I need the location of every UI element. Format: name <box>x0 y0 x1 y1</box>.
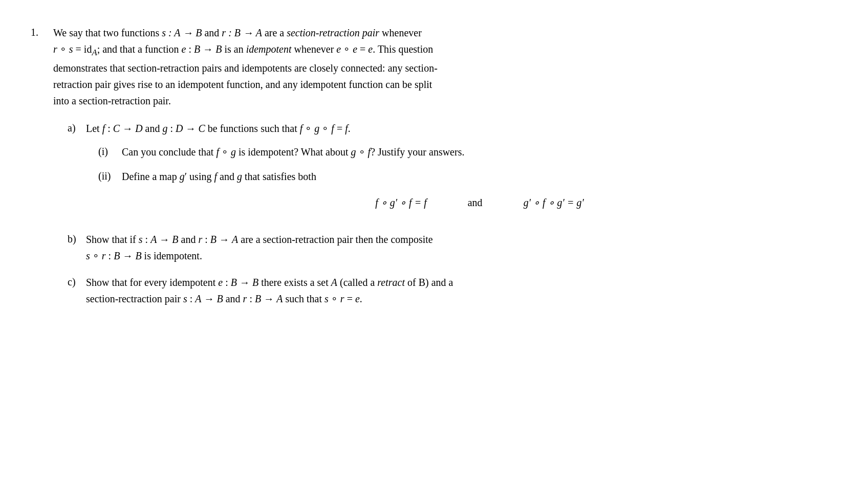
sub-sub-parts: (i) Can you conclude that f ∘ g is idemp… <box>86 144 837 216</box>
intro-math-s-to-B: s : A → B <box>162 27 202 38</box>
part-b: b) Show that if s : A → B and r : B → A … <box>68 231 837 264</box>
problem-intro-text: We say that two functions s : A → B and … <box>53 25 837 109</box>
part-a-ii-text: Define a map g′ using f and g that satis… <box>122 168 837 185</box>
term-idempotent: idempotent <box>246 43 292 55</box>
sub-parts: a) Let f : C → D and g : D → C be functi… <box>53 120 837 307</box>
formula-right: g′ ∘ f ∘ g′ = g′ <box>524 195 584 211</box>
problem-item: 1. We say that two functions s : A → B a… <box>31 25 837 317</box>
part-b-text: Show that if s : A → B and r : B → A are… <box>86 231 837 264</box>
part-a: a) Let f : C → D and g : D → C be functi… <box>68 120 837 221</box>
problem-number: 1. <box>31 25 46 40</box>
problem-container: 1. We say that two functions s : A → B a… <box>31 25 837 317</box>
display-math-row: f ∘ g′ ∘ f = f and g′ ∘ f ∘ g′ = g′ <box>122 195 837 211</box>
term-retract: retract <box>377 277 405 288</box>
part-a-content: Let f : C → D and g : D → C be functions… <box>86 120 837 221</box>
part-a-ii-label: (ii) <box>98 168 117 184</box>
intro-ros-formula: r <box>53 43 57 55</box>
formula-left: f ∘ g′ ∘ f = f <box>375 195 427 211</box>
part-c-label: c) <box>68 274 81 290</box>
intro-math-r-to-A: r : B → A <box>222 27 262 38</box>
part-c-text: Show that for every idempotent e : B → B… <box>86 274 837 307</box>
part-b-label: b) <box>68 231 81 247</box>
term-section-retraction-pair: section-retraction pair <box>287 27 379 38</box>
part-a-ii: (ii) Define a map g′ using f and g that … <box>98 168 837 216</box>
formula-and: and <box>468 195 483 211</box>
part-a-text: Let f : C → D and g : D → C be functions… <box>86 120 837 137</box>
part-a-ii-content: Define a map g′ using f and g that satis… <box>122 168 837 216</box>
part-b-content: Show that if s : A → B and r : B → A are… <box>86 231 837 264</box>
problem-content: We say that two functions s : A → B and … <box>53 25 837 317</box>
part-c-content: Show that for every idempotent e : B → B… <box>86 274 837 307</box>
part-c: c) Show that for every idempotent e : B … <box>68 274 837 307</box>
part-a-i-text: Can you conclude that f ∘ g is idempoten… <box>122 144 837 160</box>
part-a-i-label: (i) <box>98 144 117 160</box>
part-a-i: (i) Can you conclude that f ∘ g is idemp… <box>98 144 837 160</box>
part-a-label: a) <box>68 120 81 136</box>
